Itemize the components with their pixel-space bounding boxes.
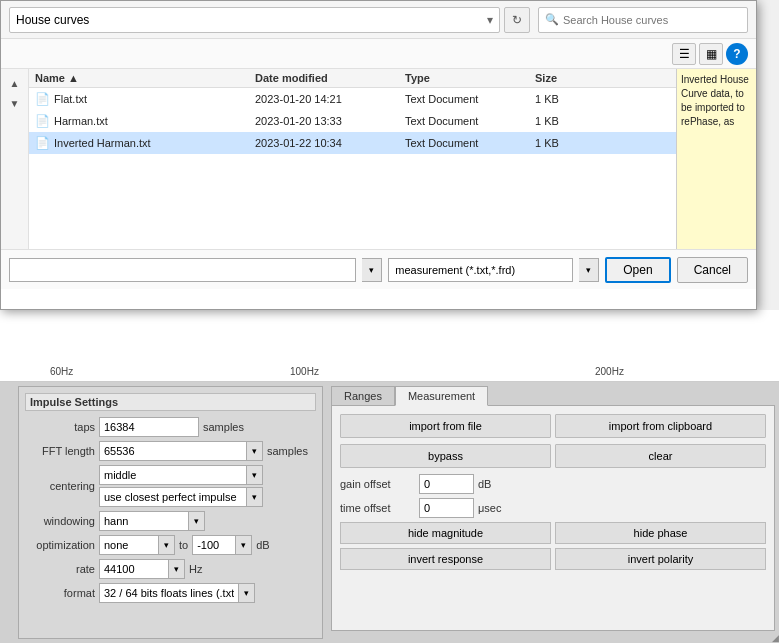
path-breadcrumb[interactable]: House curves ▾: [9, 7, 500, 33]
freq-60hz: 60Hz: [50, 366, 73, 377]
invert-response-button[interactable]: invert response: [340, 548, 551, 570]
filetype-dropdown-button[interactable]: ▾: [579, 258, 599, 282]
file-type: Text Document: [405, 93, 535, 105]
file-date: 2023-01-20 14:21: [255, 93, 405, 105]
fft-input[interactable]: [99, 441, 247, 461]
open-button[interactable]: Open: [605, 257, 670, 283]
file-date: 2023-01-20 13:33: [255, 115, 405, 127]
format-row: format ▾: [25, 583, 316, 603]
hide-phase-button[interactable]: hide phase: [555, 522, 766, 544]
right-panel: Ranges Measurement import from file impo…: [331, 386, 775, 639]
windowing-dropdown-icon[interactable]: ▾: [189, 511, 205, 531]
centering-input1[interactable]: [99, 465, 247, 485]
column-date[interactable]: Date modified: [255, 72, 405, 84]
windowing-select[interactable]: ▾: [99, 511, 205, 531]
sort-icon: ▲: [68, 72, 79, 84]
file-type: Text Document: [405, 137, 535, 149]
clear-button[interactable]: clear: [555, 444, 766, 468]
centering-dropdown2-icon[interactable]: ▾: [247, 487, 263, 507]
centering-select1[interactable]: ▾: [99, 465, 263, 485]
centering-select2[interactable]: ▾: [99, 487, 263, 507]
search-input[interactable]: [563, 14, 741, 26]
dialog-body: ▲ ▼ Name ▲ Date modified Type Size 📄 Fla…: [1, 69, 756, 249]
fft-select[interactable]: ▾: [99, 441, 263, 461]
filename-input-box[interactable]: [9, 258, 356, 282]
bypass-button[interactable]: bypass: [340, 444, 551, 468]
file-type: Text Document: [405, 115, 535, 127]
windowing-label: windowing: [25, 515, 95, 527]
resize-handle[interactable]: ◢: [769, 633, 779, 643]
app-bottom-section: 60Hz 100Hz 200Hz ▲ ▼ Impulse Settings ta…: [0, 310, 779, 643]
search-box[interactable]: 🔍: [538, 7, 748, 33]
rate-input[interactable]: [99, 559, 169, 579]
nav-up-button[interactable]: ▲: [5, 73, 25, 93]
optimization-label: optimization: [25, 539, 95, 551]
centering-input2[interactable]: [99, 487, 247, 507]
windowing-row: windowing ▾: [25, 511, 316, 531]
format-label: format: [25, 587, 95, 599]
column-type[interactable]: Type: [405, 72, 535, 84]
file-name-text: Harman.txt: [54, 115, 108, 127]
help-button[interactable]: ?: [726, 43, 748, 65]
format-dropdown-icon[interactable]: ▾: [239, 583, 255, 603]
file-row-selected[interactable]: 📄 Inverted Harman.txt 2023-01-22 10:34 T…: [29, 132, 676, 154]
time-offset-label: time offset: [340, 502, 415, 514]
path-chevron-icon[interactable]: ▾: [487, 13, 493, 27]
centering-row: centering ▾ ▾: [25, 465, 316, 507]
format-input[interactable]: [99, 583, 239, 603]
rate-select[interactable]: ▾: [99, 559, 185, 579]
search-icon: 🔍: [545, 13, 559, 26]
opt-db-select[interactable]: ▾: [192, 535, 252, 555]
column-size[interactable]: Size: [535, 72, 595, 84]
tooltip-panel: Inverted House Curve data, to be importe…: [676, 69, 756, 249]
optimization-dropdown-icon[interactable]: ▾: [159, 535, 175, 555]
rate-dropdown-icon[interactable]: ▾: [169, 559, 185, 579]
gain-offset-unit: dB: [478, 478, 491, 490]
hide-magnitude-button[interactable]: hide magnitude: [340, 522, 551, 544]
path-text: House curves: [16, 13, 483, 27]
file-icon: 📄: [35, 92, 50, 106]
column-name[interactable]: Name ▲: [35, 72, 255, 84]
opt-db-input[interactable]: [192, 535, 236, 555]
format-select[interactable]: ▾: [99, 583, 255, 603]
frequency-ruler: 60Hz 100Hz 200Hz: [0, 310, 779, 382]
centering-dropdown1-icon[interactable]: ▾: [247, 465, 263, 485]
refresh-button[interactable]: ↻: [504, 7, 530, 33]
opt-db-dropdown-icon[interactable]: ▾: [236, 535, 252, 555]
taps-input[interactable]: [99, 417, 199, 437]
dialog-toolbar: ☰ ▦ ?: [1, 39, 756, 69]
view-list-button[interactable]: ☰: [672, 43, 696, 65]
rate-label: rate: [25, 563, 95, 575]
taps-row: taps samples: [25, 417, 316, 437]
file-row[interactable]: 📄 Harman.txt 2023-01-20 13:33 Text Docum…: [29, 110, 676, 132]
time-offset-input[interactable]: [419, 498, 474, 518]
optimization-row: optimization ▾ to ▾ dB: [25, 535, 316, 555]
import-from-clipboard-button[interactable]: import from clipboard: [555, 414, 766, 438]
taps-label: taps: [25, 421, 95, 433]
filename-dropdown-button[interactable]: ▾: [362, 258, 382, 282]
file-size: 1 KB: [535, 115, 595, 127]
tab-ranges[interactable]: Ranges: [331, 386, 395, 405]
gain-offset-input[interactable]: [419, 474, 474, 494]
invert-row: invert response invert polarity: [340, 548, 766, 570]
rate-unit: Hz: [189, 563, 202, 575]
view-grid-button[interactable]: ▦: [699, 43, 723, 65]
time-offset-row: time offset μsec: [340, 498, 766, 518]
optimization-select[interactable]: ▾: [99, 535, 175, 555]
filetype-text: measurement (*.txt,*.frd): [395, 264, 515, 276]
fft-unit: samples: [267, 445, 308, 457]
file-name-text: Flat.txt: [54, 93, 87, 105]
fft-dropdown-icon[interactable]: ▾: [247, 441, 263, 461]
gain-offset-label: gain offset: [340, 478, 415, 490]
bypass-clear-row: bypass clear: [340, 444, 766, 468]
file-size: 1 KB: [535, 137, 595, 149]
windowing-input[interactable]: [99, 511, 189, 531]
import-from-file-button[interactable]: import from file: [340, 414, 551, 438]
tab-measurement[interactable]: Measurement: [395, 386, 488, 406]
file-row[interactable]: 📄 Flat.txt 2023-01-20 14:21 Text Documen…: [29, 88, 676, 110]
invert-polarity-button[interactable]: invert polarity: [555, 548, 766, 570]
sidebar-nav: ▲ ▼: [1, 69, 29, 249]
optimization-input[interactable]: [99, 535, 159, 555]
cancel-button[interactable]: Cancel: [677, 257, 748, 283]
nav-down-button[interactable]: ▼: [5, 93, 25, 113]
